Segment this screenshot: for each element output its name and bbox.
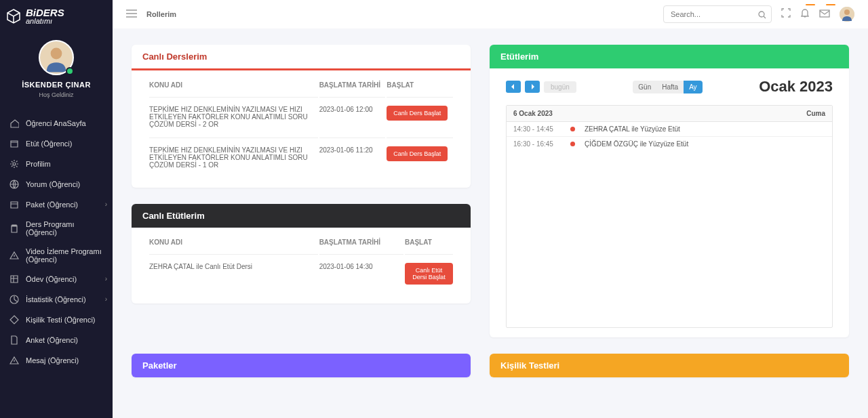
sidebar-item-7[interactable]: Ödev (Öğrenci)› [0, 269, 113, 289]
sidebar-item-5[interactable]: Ders Programı (Öğrenci) [0, 215, 113, 242]
profile-block: İSKENDER ÇINAR Hoş Geldiniz [0, 33, 113, 109]
sidebar-item-label: Öğrenci AnaSayfa [26, 119, 86, 127]
sidebar-item-label: Yorum (Öğrenci) [26, 180, 80, 188]
welcome-text: Hoş Geldiniz [0, 91, 113, 98]
topbar: Rollerim [113, 0, 868, 28]
cal-event[interactable]: 16:30 - 16:45ÇİĞDEM ÖZGÜÇ ile Yüzyüze Et… [507, 137, 832, 151]
sidebar-item-8[interactable]: İstatistik (Öğrenci)› [0, 289, 113, 310]
table-row: ZEHRA ÇATAL ile Canlı Etüt Dersi2023-01-… [149, 254, 453, 293]
logo-brand: BiDERS [26, 8, 64, 18]
sidebar-item-label: Paket (Öğrenci) [26, 201, 78, 209]
fullscreen-icon[interactable] [781, 8, 791, 20]
svg-point-2 [759, 12, 764, 17]
start-button[interactable]: Canlı Etüt Dersi Başlat [405, 263, 453, 285]
topbar-avatar[interactable] [840, 7, 854, 22]
chevron-left-icon [511, 84, 516, 89]
calendar-icon [9, 139, 19, 148]
notif-badge [806, 4, 815, 5]
live-lessons-card: Canlı Derslerim KONU ADI BAŞLATMA TARİHİ… [132, 45, 471, 188]
cell-date: 2023-01-06 12:00 [319, 97, 386, 136]
doc-icon [9, 335, 19, 345]
card-title: Canlı Etütlerim [132, 204, 471, 228]
sidebar-item-3[interactable]: Yorum (Öğrenci) [0, 174, 113, 194]
menu-toggle-icon[interactable] [126, 8, 137, 20]
cal-event-time: 16:30 - 16:45 [513, 140, 561, 148]
chevron-right-icon: › [105, 275, 107, 283]
sidebar-item-1[interactable]: Etüt (Öğrenci) [0, 133, 113, 154]
mail-icon[interactable] [819, 8, 830, 20]
cal-dow: Cuma [806, 110, 825, 117]
card-title: Etütlerim [490, 45, 849, 68]
sidebar-item-10[interactable]: Anket (Öğrenci) [0, 330, 113, 350]
cell-topic: TEPKİME HIZ DENKLEMİNİN YAZILMASI VE HIZ… [149, 138, 318, 177]
globe-icon [9, 180, 19, 189]
cell-topic: ZEHRA ÇATAL ile Canlı Etüt Dersi [149, 254, 318, 293]
sidebar-item-label: Etüt (Öğrenci) [26, 140, 72, 148]
sidebar-item-label: Mesaj (Öğrenci) [26, 356, 79, 364]
chart-icon [9, 295, 19, 304]
sidebar-item-label: Profilim [26, 160, 51, 168]
logo-sub: anlatımı [26, 18, 64, 24]
col-action: BAŞLAT [387, 81, 453, 96]
cal-view-day[interactable]: Gün [633, 81, 656, 93]
user-name: İSKENDER ÇINAR [0, 81, 113, 89]
cal-event-text: ÇİĞDEM ÖZGÜÇ ile Yüzyüze Etüt [585, 140, 688, 148]
home-icon [9, 119, 19, 128]
cal-event-text: ZEHRA ÇATAL ile Yüzyüze Etüt [585, 125, 680, 133]
chevron-right-icon: › [105, 201, 107, 208]
start-button[interactable]: Canlı Ders Başlat [387, 146, 448, 161]
cal-today-button[interactable]: bugün [544, 81, 576, 93]
bell-icon[interactable] [800, 8, 810, 20]
cal-event[interactable]: 14:30 - 14:45ZEHRA ÇATAL ile Yüzyüze Etü… [507, 122, 832, 137]
cal-date: 6 Ocak 2023 [513, 110, 553, 117]
sidebar-item-label: Anket (Öğrenci) [26, 336, 78, 344]
warn-icon [9, 251, 19, 260]
col-date: BAŞLATMA TARİHİ [319, 81, 386, 96]
table-row: TEPKİME HIZ DENKLEMİNİN YAZILMASI VE HIZ… [149, 138, 453, 177]
live-etut-card: Canlı Etütlerim KONU ADI BAŞLATMA TARİHİ… [132, 204, 471, 304]
search-input[interactable] [663, 5, 772, 23]
svg-point-6 [844, 9, 850, 15]
svg-point-1 [51, 47, 62, 59]
table-icon [9, 274, 19, 284]
event-dot-icon [570, 127, 575, 131]
cal-prev-button[interactable] [506, 81, 521, 93]
paketler-card: Paketler [132, 354, 471, 377]
logo: BiDERSanlatımı [0, 0, 113, 33]
cal-month-title: Ocak 2023 [759, 78, 833, 96]
sidebar-item-6[interactable]: Video İzleme Programı (Öğrenci) [0, 242, 113, 269]
sidebar-item-2[interactable]: Profilim [0, 154, 113, 174]
sidebar-item-11[interactable]: Mesaj (Öğrenci) [0, 350, 113, 371]
chevron-right-icon [530, 84, 535, 89]
diamond-icon [9, 315, 19, 325]
nav: Öğrenci AnaSayfaEtüt (Öğrenci)ProfilimYo… [0, 109, 113, 375]
sidebar-item-9[interactable]: Kişilik Testi (Öğrenci) [0, 310, 113, 330]
avatar[interactable] [39, 40, 74, 75]
sidebar-item-label: İstatistik (Öğrenci) [26, 295, 86, 304]
sidebar-item-0[interactable]: Öğrenci AnaSayfa [0, 113, 113, 133]
warn-icon [9, 356, 19, 365]
gear-icon [9, 159, 19, 169]
search-box [663, 5, 772, 23]
cal-view-week[interactable]: Hafta [656, 81, 684, 93]
event-dot-icon [570, 142, 575, 146]
cal-grid: 6 Ocak 2023 Cuma 14:30 - 14:45ZEHRA ÇATA… [506, 105, 833, 328]
sidebar-item-4[interactable]: Paket (Öğrenci)› [0, 194, 113, 215]
col-date: BAŞLATMA TARİHİ [319, 238, 403, 253]
sidebar: BiDERSanlatımı İSKENDER ÇINAR Hoş Geldin… [0, 0, 113, 418]
svg-rect-4 [820, 10, 829, 17]
svg-line-3 [764, 16, 766, 18]
cal-views: Gün Hafta Ay [633, 81, 702, 93]
chevron-right-icon: › [105, 295, 107, 303]
search-icon[interactable] [758, 9, 766, 22]
start-button[interactable]: Canlı Ders Başlat [387, 106, 448, 121]
cal-view-month[interactable]: Ay [684, 81, 703, 93]
box-icon [9, 200, 19, 209]
cube-icon [5, 8, 22, 24]
sidebar-item-label: Ödev (Öğrenci) [26, 275, 77, 283]
content: Canlı Derslerim KONU ADI BAŞLATMA TARİHİ… [113, 28, 868, 418]
card-title: Kişilik Testleri [490, 354, 849, 377]
cal-next-button[interactable] [525, 81, 540, 93]
col-action: BAŞLAT [405, 238, 453, 253]
card-title: Paketler [132, 354, 471, 377]
